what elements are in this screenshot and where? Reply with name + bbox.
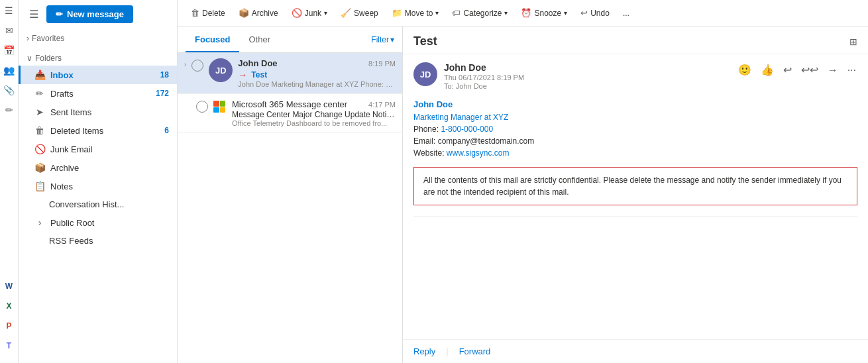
focused-label: Focused — [195, 34, 230, 44]
sender-avatar: JD — [413, 62, 437, 86]
snooze-button[interactable]: ⏰ Snooze ▾ — [515, 5, 572, 21]
delete-button[interactable]: 🗑 Delete — [186, 5, 231, 21]
convhist-label: Conversation Hist... — [34, 199, 169, 209]
sidebar-item-rssfeeds[interactable]: RSS Feeds — [19, 232, 177, 250]
forward-button[interactable]: Forward — [459, 346, 491, 356]
moveto-icon: 📁 — [392, 8, 402, 18]
sweep-button[interactable]: 🧹 Sweep — [335, 5, 384, 21]
message-checkbox[interactable] — [196, 101, 208, 113]
more-label: ... — [623, 9, 629, 18]
hamburger-icon[interactable]: ☰ — [1, 3, 17, 19]
message-item[interactable]: Microsoft 365 Message center 4:17 PM Mes… — [178, 94, 402, 133]
sidebar-item-drafts[interactable]: ✏ Drafts 172 — [19, 84, 177, 103]
filter-button[interactable]: Filter ▾ — [371, 35, 394, 44]
forward-action-button[interactable]: → — [826, 63, 840, 78]
deleted-icon: 🗑 — [34, 125, 45, 136]
avatar: JD — [209, 58, 233, 82]
categorize-chevron-icon: ▾ — [504, 9, 508, 17]
excel-icon[interactable]: X — [1, 298, 17, 314]
message-item[interactable]: › JD John Doe 8:19 PM → Test John Doe Ma… — [178, 53, 402, 94]
pencil-icon[interactable]: ✏ — [1, 102, 17, 118]
chevron-right-icon: › — [27, 34, 29, 43]
powerpoint-icon[interactable]: P — [1, 318, 17, 334]
email-content: John Doe Marketing Manager at XYZ Phone:… — [413, 98, 857, 159]
favorites-label: Favorites — [32, 34, 64, 43]
sidebar: ☰ ✏ New message › Favorites ∨ Folders 📥 … — [19, 0, 178, 363]
drafts-badge: 172 — [156, 89, 169, 98]
junk-label: Junk Email — [50, 144, 169, 154]
email-date: Thu 06/17/2021 8:19 PM — [444, 74, 730, 81]
drafts-label: Drafts — [50, 89, 150, 99]
emoji-reaction-button[interactable]: 🙂 — [737, 62, 753, 78]
people-icon[interactable]: 👥 — [1, 62, 17, 78]
sidebar-item-notes[interactable]: 📋 Notes — [19, 177, 177, 195]
reply-action-button[interactable]: ↩ — [782, 62, 793, 78]
message-body: John Doe 8:19 PM → Test John Doe Marketi… — [238, 58, 396, 88]
categorize-button[interactable]: 🏷 Categorize ▾ — [447, 5, 513, 21]
teams-icon[interactable]: T — [1, 338, 17, 354]
favorites-header[interactable]: › Favorites — [19, 31, 177, 46]
email-to: To: John Doe — [444, 82, 730, 90]
sender-name: John Doe — [238, 58, 277, 68]
message-checkbox[interactable] — [191, 60, 203, 72]
sent-label: Sent Items — [50, 107, 169, 117]
sidebar-item-deleted[interactable]: 🗑 Deleted Items 6 — [19, 121, 177, 140]
notes-icon: 📋 — [34, 181, 45, 191]
snooze-chevron-icon: ▾ — [564, 9, 567, 17]
email-actions: 🙂 👍 ↩ ↩↩ → ··· — [737, 62, 857, 78]
archive-button[interactable]: 📦 Archive — [233, 5, 284, 21]
undo-button[interactable]: ↩ Undo — [575, 5, 615, 21]
tab-bar: Focused Other Filter ▾ — [178, 26, 402, 53]
expand-reading-icon[interactable]: ⊞ — [849, 36, 857, 47]
moveto-chevron-icon: ▾ — [435, 9, 439, 17]
email-message: JD John Doe Thu 06/17/2021 8:19 PM To: J… — [413, 62, 857, 217]
inbox-badge: 18 — [156, 70, 169, 79]
categorize-label: Categorize — [463, 9, 502, 18]
sidebar-item-publicroot[interactable]: › Public Root — [19, 213, 177, 232]
sidebar-hamburger-icon[interactable]: ☰ — [27, 5, 41, 23]
phone-link[interactable]: 1-800-000-000 — [441, 125, 493, 134]
reply-divider: | — [446, 346, 448, 356]
new-message-button[interactable]: ✏ New message — [46, 5, 133, 23]
sig-title: Marketing Manager at XYZ — [413, 111, 857, 123]
expand-icon[interactable]: › — [184, 61, 186, 68]
folders-header[interactable]: ∨ Folders — [19, 51, 177, 66]
moveto-button[interactable]: 📁 Move to ▾ — [386, 5, 445, 21]
website-link[interactable]: www.sigsync.com — [447, 148, 510, 158]
rssfeeds-label: RSS Feeds — [34, 236, 169, 246]
message-time: 4:17 PM — [368, 101, 396, 109]
tab-other[interactable]: Other — [239, 28, 280, 52]
notes-label: Notes — [50, 182, 169, 191]
more-button[interactable]: ... — [618, 6, 635, 21]
sidebar-item-sent[interactable]: ➤ Sent Items — [19, 103, 177, 121]
archive-label: Archive — [50, 163, 169, 173]
sweep-icon: 🧹 — [341, 8, 351, 18]
sidebar-item-archive[interactable]: 📦 Archive — [19, 158, 177, 177]
reply-all-button[interactable]: ↩↩ — [800, 62, 820, 78]
reading-pane-title: Test — [413, 34, 437, 48]
mail-icon[interactable]: ✉ — [1, 23, 17, 38]
phone-label: Phone: — [413, 125, 441, 134]
attachment-icon[interactable]: 📎 — [1, 82, 17, 98]
word-icon[interactable]: W — [1, 278, 17, 294]
like-button[interactable]: 👍 — [759, 62, 775, 78]
junk-button[interactable]: 🚫 Junk ▾ — [286, 5, 333, 21]
sidebar-item-junk[interactable]: 🚫 Junk Email — [19, 140, 177, 158]
junk-toolbar-icon: 🚫 — [292, 8, 302, 18]
reply-button[interactable]: Reply — [413, 346, 435, 356]
sidebar-item-convhist[interactable]: Conversation Hist... — [19, 195, 177, 213]
other-label: Other — [248, 34, 270, 44]
confidential-disclaimer: All the contents of this mail are strict… — [413, 167, 857, 205]
calendar-icon[interactable]: 📅 — [1, 42, 17, 58]
sig-email: Email: company@testdomain.com — [413, 135, 857, 147]
archive-icon: 📦 — [34, 162, 45, 173]
delete-label: Delete — [202, 9, 225, 18]
more-actions-button[interactable]: ··· — [846, 63, 857, 78]
tab-focused[interactable]: Focused — [186, 28, 239, 52]
junk-label: Junk — [305, 9, 321, 18]
message-time: 8:19 PM — [368, 60, 396, 68]
sidebar-item-inbox[interactable]: 📥 Inbox 18 — [19, 66, 177, 84]
sidebar-header: ☰ ✏ New message — [19, 0, 177, 28]
sweep-label: Sweep — [354, 9, 378, 18]
forward-label: Forward — [459, 346, 491, 356]
